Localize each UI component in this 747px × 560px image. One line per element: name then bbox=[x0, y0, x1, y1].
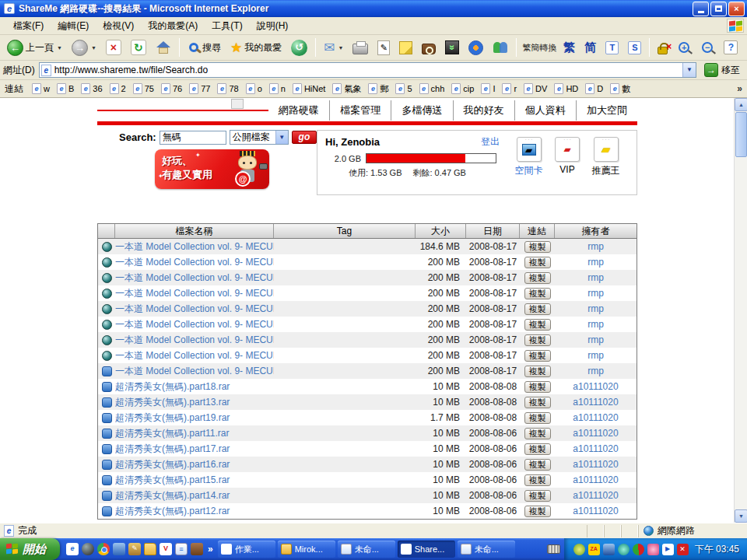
maximize-button[interactable] bbox=[710, 2, 727, 16]
tray-icon[interactable] bbox=[603, 544, 615, 555]
file-name-link[interactable]: 超清秀美女(無碼).part18.rar bbox=[115, 380, 274, 394]
file-name-link[interactable]: 一本道 Model Collection vol. 9- MECUI bbox=[115, 365, 274, 378]
nav-tab[interactable]: 我的好友 bbox=[453, 100, 514, 121]
links-bar-item[interactable]: e 5 bbox=[395, 83, 412, 94]
traditional-button[interactable]: 繁 bbox=[559, 39, 579, 57]
file-owner-link[interactable]: rmp bbox=[555, 241, 637, 252]
nav-tab[interactable]: 網路硬碟 bbox=[268, 100, 329, 121]
copy-link-button[interactable]: 複製 bbox=[524, 381, 551, 393]
links-bar-item[interactable]: e D bbox=[585, 83, 603, 94]
address-dropdown-icon[interactable]: ▼ bbox=[682, 63, 696, 77]
file-owner-link[interactable]: rmp bbox=[555, 366, 637, 376]
links-bar-item[interactable]: e cip bbox=[451, 83, 474, 94]
links-bar-item[interactable]: e 2 bbox=[110, 83, 126, 94]
links-bar-item[interactable]: e B bbox=[57, 83, 74, 94]
file-owner-link[interactable]: a10111020 bbox=[555, 474, 637, 485]
scroll-up-icon[interactable]: ▲ bbox=[735, 98, 747, 111]
search-button[interactable]: 搜尋 bbox=[184, 39, 225, 57]
back-button[interactable]: ← 上一頁 ▼ bbox=[3, 37, 66, 58]
file-owner-link[interactable]: a10111020 bbox=[555, 381, 637, 392]
file-name-link[interactable]: 一本道 Model Collection vol. 9- MECUI bbox=[115, 240, 274, 254]
start-button[interactable]: 開始 bbox=[0, 538, 60, 560]
file-owner-link[interactable]: a10111020 bbox=[555, 428, 637, 439]
user-badge[interactable]: ▰ VIP bbox=[555, 137, 580, 194]
links-bar-item[interactable]: e HD bbox=[554, 83, 578, 94]
vertical-scrollbar[interactable]: ▲ ▼ bbox=[734, 98, 747, 523]
links-bar-item[interactable]: e 76 bbox=[161, 83, 182, 94]
mail-button[interactable]: ✉ ▼ bbox=[320, 37, 347, 58]
links-bar-item[interactable]: e 郵 bbox=[368, 83, 388, 95]
edit-button[interactable]: ✎ bbox=[374, 38, 394, 58]
file-name-link[interactable]: 一本道 Model Collection vol. 9- MECUI bbox=[115, 349, 274, 362]
file-owner-link[interactable]: a10111020 bbox=[555, 490, 637, 501]
block-button[interactable] bbox=[654, 38, 672, 57]
taskbar-window-button[interactable]: Share... bbox=[398, 541, 455, 558]
quick-launch-icon[interactable] bbox=[191, 543, 203, 555]
file-name-link[interactable]: 超清秀美女(無碼).part14.rar bbox=[115, 489, 274, 502]
quick-launch-overflow-chevron[interactable]: » bbox=[208, 544, 213, 555]
menu-item[interactable]: 檢視(V) bbox=[96, 17, 141, 35]
file-owner-link[interactable]: rmp bbox=[555, 319, 637, 330]
refresh-button[interactable]: ↻ bbox=[127, 37, 150, 58]
scrollbar-thumb[interactable] bbox=[735, 112, 747, 157]
menu-item[interactable]: 說明(H) bbox=[250, 17, 296, 35]
links-overflow-chevron[interactable]: » bbox=[737, 83, 742, 94]
file-name-link[interactable]: 超清秀美女(無碼).part11.rar bbox=[115, 427, 274, 440]
site-search-go-button[interactable]: go bbox=[292, 131, 317, 144]
taskbar-window-button[interactable]: 作業... bbox=[218, 541, 275, 558]
search-scope-select[interactable]: 公開檔案 ▼ bbox=[230, 130, 289, 145]
file-owner-link[interactable]: a10111020 bbox=[555, 397, 637, 408]
file-owner-link[interactable]: a10111020 bbox=[555, 412, 637, 423]
tray-icon[interactable]: ZA bbox=[588, 544, 600, 555]
copy-link-button[interactable]: 複製 bbox=[524, 474, 551, 486]
nav-tab[interactable]: 檔案管理 bbox=[329, 100, 391, 121]
address-input[interactable] bbox=[51, 65, 682, 75]
menu-item[interactable]: 工具(T) bbox=[205, 17, 249, 35]
copy-link-button[interactable]: 複製 bbox=[524, 319, 551, 331]
favorites-button[interactable]: ★ 我的最愛 bbox=[226, 37, 286, 58]
file-name-link[interactable]: 超清秀美女(無碼).part13.rar bbox=[115, 396, 274, 409]
quick-launch-icon[interactable]: V bbox=[160, 543, 172, 555]
nav-tab[interactable]: 多檔傳送 bbox=[391, 100, 452, 121]
close-button[interactable]: × bbox=[728, 2, 745, 16]
file-owner-link[interactable]: rmp bbox=[555, 257, 637, 268]
copy-link-button[interactable]: 複製 bbox=[524, 334, 551, 346]
zoom-out-button[interactable]: − bbox=[696, 38, 718, 57]
copy-link-button[interactable]: 複製 bbox=[524, 459, 551, 471]
links-bar-item[interactable]: e 78 bbox=[217, 83, 238, 94]
quick-launch-icon[interactable] bbox=[113, 543, 125, 555]
tray-icon[interactable]: ✕ bbox=[677, 544, 689, 555]
copy-link-button[interactable]: 複製 bbox=[524, 397, 551, 408]
links-bar-item[interactable]: e chh bbox=[419, 83, 445, 94]
simplified-button[interactable]: 简 bbox=[580, 39, 600, 57]
thunder-button[interactable] bbox=[465, 38, 487, 58]
forward-button[interactable]: → ▼ bbox=[68, 37, 100, 58]
tray-icon[interactable] bbox=[618, 544, 630, 555]
print-button[interactable] bbox=[349, 38, 372, 57]
taskbar-window-button[interactable]: Mirok... bbox=[278, 541, 335, 558]
links-bar-item[interactable]: e 數 bbox=[610, 83, 630, 95]
copy-link-button[interactable]: 複製 bbox=[524, 506, 551, 517]
tray-icon[interactable] bbox=[573, 544, 585, 555]
home-button[interactable] bbox=[152, 37, 175, 58]
minimize-button[interactable] bbox=[693, 2, 709, 16]
links-bar-item[interactable]: e 36 bbox=[81, 83, 102, 94]
user-badge[interactable]: ▰ 空間卡 bbox=[515, 137, 543, 194]
menu-item[interactable]: 我的最愛(A) bbox=[141, 17, 205, 35]
note-button[interactable] bbox=[395, 39, 416, 57]
file-name-link[interactable]: 超清秀美女(無碼).part17.rar bbox=[115, 443, 274, 456]
file-name-link[interactable]: 超清秀美女(無碼).part19.rar bbox=[115, 411, 274, 425]
copy-link-button[interactable]: 複製 bbox=[524, 490, 551, 502]
copy-link-button[interactable]: 複製 bbox=[524, 350, 551, 362]
copy-link-button[interactable]: 複製 bbox=[524, 412, 551, 424]
file-owner-link[interactable]: a10111020 bbox=[555, 459, 637, 470]
copy-link-button[interactable]: 複製 bbox=[524, 272, 551, 284]
site-search-input[interactable] bbox=[160, 131, 226, 145]
taskbar-window-button[interactable]: 未命... bbox=[338, 541, 395, 558]
file-name-link[interactable]: 超清秀美女(無碼).part15.rar bbox=[115, 474, 274, 487]
file-name-link[interactable]: 超清秀美女(無碼).part16.rar bbox=[115, 458, 274, 471]
links-bar-item[interactable]: e r bbox=[502, 83, 517, 94]
links-bar-item[interactable]: e 75 bbox=[133, 83, 154, 94]
file-owner-link[interactable]: rmp bbox=[555, 303, 637, 314]
quick-launch-icon[interactable]: e bbox=[66, 543, 79, 555]
